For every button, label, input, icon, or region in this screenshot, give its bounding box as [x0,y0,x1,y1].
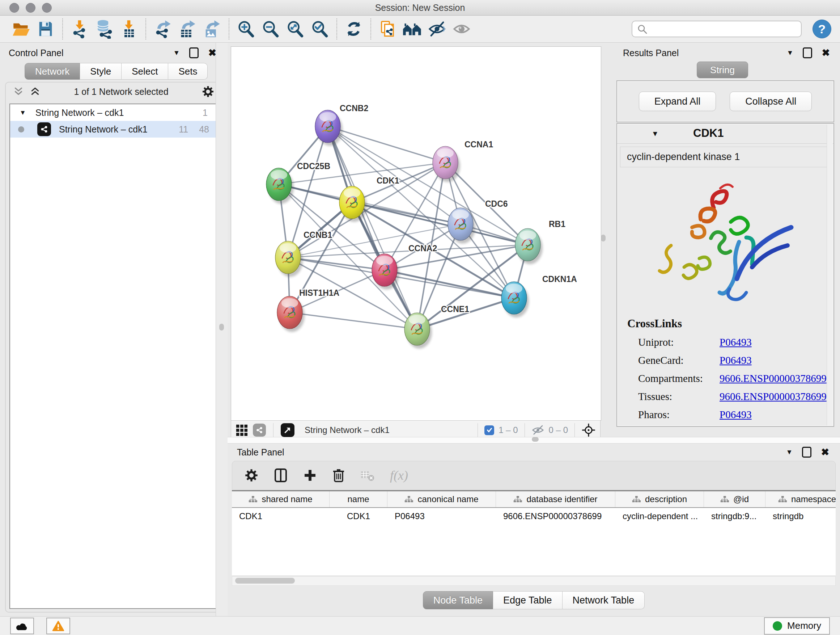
network-edge-CCNB2-CCNA1[interactable] [328,126,445,163]
control-panel-tabs: Network Style Select Sets [25,63,208,80]
network-row-selected[interactable]: String Network – cdk1 11 48 [10,121,217,138]
hide-graphics-details-button[interactable] [427,19,447,39]
network-options-gear-icon[interactable] [202,86,214,98]
section-collapse-icon[interactable]: ▼ [652,130,659,138]
tab-network-table[interactable]: Network Table [562,591,645,609]
home-button[interactable] [402,19,423,39]
column-header-canonical-name[interactable]: canonical name [387,491,496,507]
save-session-button[interactable] [35,19,56,39]
network-node-CDKN1A[interactable]: CDKN1A [501,274,577,318]
open-session-button[interactable] [11,19,31,39]
column-header-description[interactable]: description [615,491,704,507]
tab-edge-table[interactable]: Edge Table [493,591,562,609]
network-edge-CCNB2-CCNE1[interactable] [328,126,417,329]
cell-database-identifier[interactable]: 9606.ENSP00000378699 [496,511,615,521]
collapse-all-icon[interactable] [13,86,24,97]
tab-network[interactable]: Network [25,63,80,80]
collapse-all-button[interactable]: Collapse All [729,92,812,111]
results-scrollbar[interactable] [827,125,833,425]
global-search-field[interactable] [632,21,802,37]
tree-expand-icon[interactable]: ▼ [19,109,26,117]
column-header-database-identifier[interactable]: database identifier [496,491,615,507]
table-horizontal-scrollbar[interactable] [232,576,836,586]
column-header-name[interactable]: name [330,491,387,507]
network-collection-row[interactable]: ▼ String Network – cdk1 1 [10,104,217,121]
zoom-fit-button[interactable] [285,19,305,39]
column-header-shared-name[interactable]: shared name [232,491,330,507]
network-node-CDK1[interactable]: CDK1 [339,176,399,222]
clone-network-button[interactable] [378,19,398,39]
protein-structure-image [617,173,834,308]
tab-style[interactable]: Style [80,63,122,80]
eye-slash-icon [427,19,447,38]
network-edge-CCNB2-RB1[interactable] [328,126,528,245]
column-header-namespace[interactable]: namespace [766,491,836,507]
table-panel-float-icon[interactable] [802,447,812,458]
cell-description[interactable]: cyclin-dependent ... [615,511,704,521]
table-row[interactable]: CDK1 CDK1 P06493 9606.ENSP00000378699 cy… [232,508,836,524]
string-view-icon[interactable] [253,424,266,437]
table-options-gear-icon[interactable] [245,469,258,482]
expand-all-button[interactable]: Expand All [639,92,716,111]
apply-layout-button[interactable] [344,19,364,39]
cloud-status-button[interactable] [10,618,34,634]
crosshair-icon[interactable] [581,423,596,437]
tab-node-table[interactable]: Node Table [423,591,493,609]
help-button[interactable]: ? [813,19,831,38]
cell-canonical-name[interactable]: P06493 [387,511,496,521]
crosslink-link[interactable]: P06493 [720,409,752,421]
zoom-out-button[interactable] [261,19,281,39]
import-network-database-button[interactable] [94,19,114,39]
cell-shared-name[interactable]: CDK1 [232,511,330,521]
crosslink-link[interactable]: P06493 [720,336,752,348]
splitter-handle[interactable] [532,437,538,442]
table-panel-close-icon[interactable]: ✖ [821,448,829,457]
protein-section-header[interactable]: ▼ CDK1 [617,124,834,144]
warnings-button[interactable] [46,618,70,634]
network-edge-CCNA2-CDKN1A[interactable] [385,270,514,298]
cell-name[interactable]: CDK1 [330,511,387,521]
tab-string[interactable]: String [697,62,748,78]
network-node-CDC25B[interactable]: CDC25B [266,162,330,204]
zoom-in-button[interactable] [236,19,256,39]
crosslink-link[interactable]: P06493 [720,355,752,366]
network-node-RB1[interactable]: RB1 [515,219,565,264]
search-input[interactable] [651,24,797,35]
add-column-icon[interactable] [303,469,317,482]
control-panel-collapse-icon[interactable]: ▼ [173,49,180,57]
crosslink-link[interactable]: 9606.ENSP00000378699 [720,372,827,385]
tab-select[interactable]: Select [122,63,168,80]
expand-all-icon[interactable] [30,86,41,97]
cell-namespace[interactable]: stringdb [766,511,836,521]
zoom-selected-button[interactable] [309,19,330,39]
export-network-button[interactable] [153,19,173,39]
table-panel-collapse-icon[interactable]: ▼ [786,448,793,456]
results-panel-close-icon[interactable]: ✖ [821,48,830,58]
birdseye-view-icon[interactable] [281,423,294,437]
splitter-handle[interactable] [219,324,224,331]
network-node-HIST1H1A[interactable]: HIST1H1A [277,288,339,332]
network-node-CCNE1[interactable]: CCNE1 [404,304,469,348]
network-node-CCNA1[interactable]: CCNA1 [433,140,493,182]
memory-button[interactable]: Memory [764,617,830,635]
cell-id[interactable]: stringdb:9... [704,511,766,521]
import-table-file-button[interactable] [118,19,139,39]
network-edge-HIST1H1A-CCNE1[interactable] [290,312,417,329]
results-panel-float-icon[interactable] [803,48,812,58]
column-header-id[interactable]: @id [704,491,766,507]
scrollbar-thumb[interactable] [235,578,295,584]
control-panel-float-icon[interactable] [189,48,199,58]
export-image-button[interactable] [202,19,222,39]
delete-column-icon[interactable] [332,468,345,483]
results-panel-collapse-icon[interactable]: ▼ [787,49,794,57]
import-network-file-button[interactable] [69,19,90,39]
crosslink-link[interactable]: 9606.ENSP00000378699 [720,391,827,402]
control-panel-close-icon[interactable]: ✖ [208,48,216,58]
tab-sets[interactable]: Sets [168,63,208,80]
show-graphics-details-button[interactable] [452,19,472,39]
show-columns-icon[interactable] [273,468,288,483]
export-table-button[interactable] [177,19,197,39]
selected-indicator-checkbox[interactable] [485,425,494,435]
network-canvas[interactable]: CCNB2CCNA1CDC25BCDK1CDC6RB1CCNB1CCNA2CDK… [231,46,601,421]
grid-view-icon[interactable] [235,424,248,436]
